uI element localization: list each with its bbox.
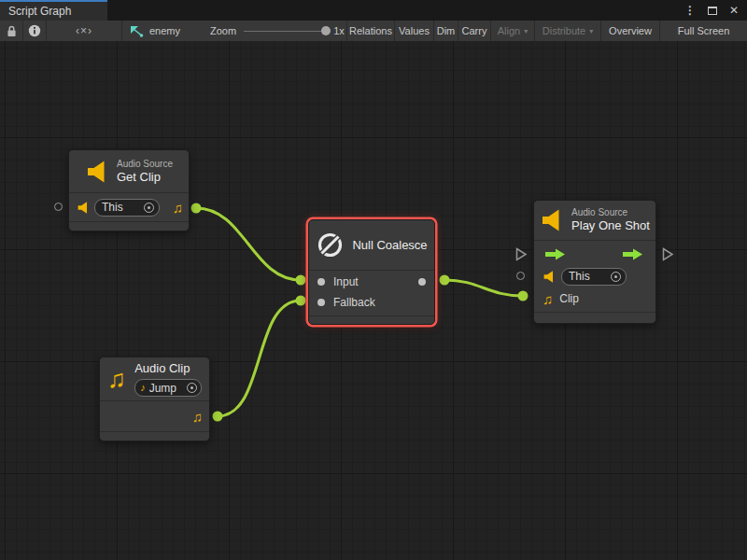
port-output-icon[interactable] [418,278,426,286]
audio-source-icon-small [77,202,90,214]
node-get-clip-header: Audio Source Get Clip [69,150,189,193]
audio-clip-type-icon: ♫ [543,292,553,306]
flow-out-arrow-icon [623,248,643,260]
audio-clip-type-icon: ♫ [173,201,183,215]
lock-icon [7,25,17,37]
port-flow-out-triangle[interactable] [662,247,674,261]
control-flow-row [534,243,655,265]
audioclip-object-field[interactable]: ♪ Jump [134,379,202,397]
inspector-button[interactable] [23,21,47,41]
relations-label: Relations [349,25,392,36]
port-playoneshot-this-input[interactable] [516,272,525,280]
getclip-this-field[interactable]: This [94,199,160,217]
carry-label: Carry [462,25,487,36]
port-input-connected[interactable] [296,275,306,286]
wire-output-to-clip[interactable] [444,280,523,296]
distribute-dropdown[interactable]: Distribute ▾ [535,21,601,41]
values-label: Values [399,25,430,36]
port-flow-in-triangle[interactable] [515,247,528,261]
chevron-down-icon: ▾ [589,27,593,35]
close-icon[interactable]: ✕ [729,4,739,17]
port-nullcoalesce-output[interactable] [440,275,450,286]
info-icon [28,24,41,37]
object-picker-icon[interactable] [144,203,154,213]
node-title: Audio Clip [134,361,202,376]
align-label: Align [498,25,520,36]
clip-field-value: Jump [149,382,184,395]
relations-button[interactable]: Relations [347,21,395,41]
audio-source-icon [85,161,109,183]
window-controls: ⋮ ✕ [684,0,747,21]
node-title: Get Clip [117,170,173,185]
playoneshot-this-field[interactable]: This [561,268,627,286]
node-null-coalesce[interactable]: Null Coalesce Input Fallback [308,219,435,325]
node-play-one-shot-header: Audio Source Play One Shot [534,201,655,241]
audio-source-icon-small [543,271,556,283]
code-view-icon: ‹×› [76,24,92,37]
audio-source-icon [540,209,564,231]
node-title: Play One Shot [571,218,650,233]
audio-clip-icon: ♫ [107,367,126,392]
node-footer [69,221,189,231]
tab-title: Script Graph [8,5,71,18]
port-input-icon[interactable] [317,278,325,286]
tab-script-graph[interactable]: Script Graph [0,0,107,21]
audioclip-output-row: ♫ [100,401,209,431]
object-picker-icon[interactable] [611,272,621,282]
dim-label: Dim [437,25,456,36]
playoneshot-this-row: This [534,265,655,287]
zoom-slider[interactable] [244,31,326,32]
titlebar: Script Graph ⋮ ✕ [0,0,747,21]
dim-button[interactable]: Dim [434,21,458,41]
script-graph-icon [130,25,144,37]
input-port-row: Input [309,272,434,292]
playoneshot-clip-row: ♫ Clip [534,287,655,310]
null-coalesce-icon [316,231,345,259]
menu-kebab-icon[interactable]: ⋮ [684,4,696,17]
fallback-label: Fallback [333,296,375,309]
music-note-icon: ♪ [140,383,146,393]
values-button[interactable]: Values [395,21,434,41]
node-footer [100,431,209,441]
fullscreen-label: Full Screen [678,25,730,36]
align-dropdown[interactable]: Align ▾ [491,21,535,41]
node-category: Audio Source [571,207,650,218]
overview-button[interactable]: Overview [601,21,660,41]
fullscreen-button[interactable]: Full Screen [660,21,747,41]
clip-label: Clip [559,292,579,305]
node-get-clip[interactable]: Audio Source Get Clip This ♫ [68,149,190,231]
port-getclip-output[interactable] [191,203,202,214]
node-audio-clip-header: ♫ Audio Clip ♪ Jump [100,357,209,401]
fallback-port-row: Fallback [309,292,434,313]
port-getclip-this-input[interactable] [54,203,63,211]
graph-canvas[interactable]: Audio Source Get Clip This ♫ Null Co [0,41,747,560]
port-audioclip-output[interactable] [213,412,223,422]
zoom-label: Zoom [210,25,236,36]
code-view-button[interactable]: ‹×› [47,21,122,41]
this-field-value: This [569,270,590,283]
wire-getclip-to-input[interactable] [196,208,301,280]
graph-reference[interactable]: enemy [122,25,180,37]
node-audio-clip[interactable]: ♫ Audio Clip ♪ Jump ♫ [99,357,210,441]
port-fallback-icon[interactable] [317,299,325,306]
node-title: Null Coalesce [352,238,427,253]
node-null-coalesce-header: Null Coalesce [309,220,434,271]
carry-button[interactable]: Carry [458,21,491,41]
toolbar: ‹×› enemy Zoom 1x Relations Values Dim C… [0,21,747,41]
audio-clip-type-icon: ♫ [192,410,203,424]
maximize-icon[interactable] [708,7,717,15]
this-field-value: This [102,201,123,214]
lock-button[interactable] [0,21,23,41]
port-fallback-connected[interactable] [296,296,306,306]
toolbar-middle: enemy Zoom 1x [122,21,347,41]
node-footer [309,315,434,324]
wire-audioclip-to-fallback[interactable] [218,301,301,416]
zoom-control: Zoom 1x [210,25,345,36]
port-playoneshot-clip-connected[interactable] [518,291,529,301]
zoom-slider-handle[interactable] [321,26,331,35]
object-picker-icon[interactable] [187,383,197,393]
node-play-one-shot[interactable]: Audio Source Play One Shot [533,200,656,324]
get-clip-this-row: This ♫ [69,193,189,221]
overview-label: Overview [609,25,652,36]
distribute-label: Distribute [543,25,585,36]
